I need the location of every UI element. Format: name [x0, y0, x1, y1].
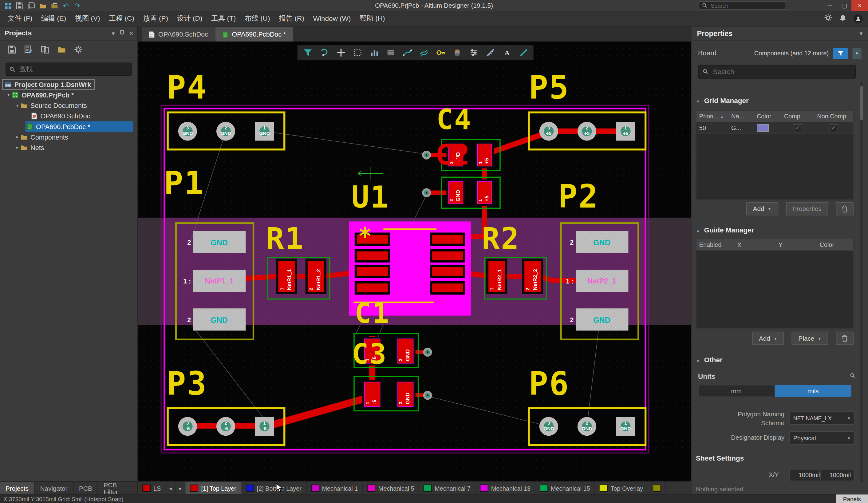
panel-dropdown-icon[interactable]: ▾ [860, 30, 862, 36]
menu-tools[interactable]: 工具 (T) [207, 12, 240, 25]
undo-icon[interactable]: ↶ [62, 1, 70, 9]
layer-stack-icon[interactable] [449, 47, 465, 59]
text-icon[interactable]: A [499, 47, 515, 59]
measure-icon[interactable] [482, 47, 498, 59]
sync-icon[interactable] [40, 44, 50, 54]
tab-pcb-filter[interactable]: PCB Filter [99, 482, 137, 494]
maximize-button[interactable]: ▢ [837, 0, 851, 11]
grid-delete-button[interactable] [836, 202, 854, 215]
units-mils-option[interactable]: mils [775, 385, 851, 397]
properties-scrollbar[interactable] [860, 81, 863, 482]
titlebar-search[interactable] [699, 1, 786, 10]
compile-icon[interactable] [23, 44, 33, 54]
panel-dropdown-icon[interactable]: ▾ [112, 30, 115, 36]
app-menu-icon[interactable] [4, 1, 12, 9]
lasso-select-icon[interactable] [316, 47, 332, 59]
guide-place-button[interactable]: Place▼ [792, 332, 828, 345]
drill-key-icon[interactable] [433, 47, 448, 59]
menu-view[interactable]: 视图 (V) [71, 12, 104, 25]
tree-item-nets[interactable]: ▸ Nets [0, 142, 137, 153]
layer-tab-partial[interactable] [648, 482, 666, 494]
units-search-icon[interactable] [850, 373, 856, 380]
comp-checkbox[interactable]: ✓ [794, 124, 802, 132]
save-icon[interactable] [16, 1, 23, 9]
guide-delete-button[interactable] [836, 332, 854, 345]
section-other[interactable]: ▲ Other [696, 356, 723, 364]
titlebar-search-input[interactable] [710, 2, 783, 9]
menu-project[interactable]: 工程 (C) [104, 12, 138, 25]
rules-icon[interactable] [466, 47, 482, 59]
tree-item-project[interactable]: ▾ OPA690.PrjPcb * [0, 90, 137, 100]
layer-tab-mech13[interactable]: Mechanical 13 [475, 482, 535, 494]
menu-window[interactable]: Window (W) [309, 13, 355, 25]
layer-tab-mech1[interactable]: Mechanical 1 [307, 482, 363, 494]
panel-pin-icon[interactable] [120, 30, 124, 37]
tree-item-schdoc[interactable]: OPA690.SchDoc [0, 111, 137, 121]
tab-pcb[interactable]: PCB [73, 482, 98, 494]
scrollbar-thumb[interactable] [860, 86, 863, 120]
menu-place[interactable]: 放置 (P) [138, 12, 173, 25]
menu-file[interactable]: 文件 (F) [3, 12, 37, 25]
column-header[interactable]: Non Comp [814, 113, 853, 120]
layer-scroll-right-icon[interactable]: ▸ [176, 482, 186, 494]
properties-search-input[interactable] [712, 67, 851, 76]
guide-add-button[interactable]: Add▼ [752, 332, 784, 345]
panels-button[interactable]: Panels [836, 494, 868, 503]
pcb-canvas[interactable]: 3 GND 2 GND 1 GND 3 +5 2 +5 [138, 41, 691, 482]
column-header[interactable]: Comp [781, 113, 814, 120]
column-header[interactable]: Enabled [696, 242, 735, 248]
line-icon[interactable] [515, 47, 531, 59]
scope-selector[interactable]: Components (and 12 more) [754, 50, 829, 57]
component-p1[interactable]: 2 GND 1 : NetP1_1 2 GND [176, 223, 254, 339]
save-project-icon[interactable] [7, 44, 17, 54]
save-all-icon[interactable] [27, 1, 35, 9]
menu-edit[interactable]: 编辑 (E) [37, 12, 71, 25]
layer-tab-mech15[interactable]: Mechanical 15 [535, 482, 595, 494]
properties-search[interactable] [698, 65, 856, 79]
grid-color-swatch[interactable] [757, 124, 769, 132]
tab-navigator[interactable]: Navigator [35, 482, 73, 494]
units-mm-option[interactable]: mm [698, 385, 775, 397]
column-header[interactable]: X [735, 242, 776, 248]
close-button[interactable]: × [851, 0, 868, 11]
interactive-routing-icon[interactable] [399, 47, 415, 59]
pad-stack-icon[interactable] [366, 47, 382, 59]
tree-item-project-group[interactable]: Project Group 1.DsnWrk [0, 79, 137, 90]
component-p2[interactable]: 2 GND 1 : NetP2_1 2 GND [561, 223, 638, 339]
tree-item-pcbdoc[interactable]: OPA690.PcbDoc * [25, 121, 133, 132]
tab-schdoc[interactable]: OPA690.SchDoc [142, 27, 215, 41]
area-select-icon[interactable] [349, 47, 365, 59]
expand-arrow-icon[interactable]: ▾ [14, 103, 21, 108]
expand-arrow-icon[interactable]: ▾ [6, 93, 12, 97]
layer-tab-bottom[interactable]: [2] Bottom Layer [241, 482, 307, 494]
designator-display-dropdown[interactable]: Physical▼ [789, 431, 855, 444]
differential-routing-icon[interactable] [416, 47, 432, 59]
layer-tab-top[interactable]: [1] Top Layer [186, 482, 241, 494]
layer-tab-mech7[interactable]: Mechanical 7 [419, 482, 475, 494]
grid-row[interactable]: 50 G... ✓ ✓ [696, 122, 854, 134]
sheet-x-input[interactable]: 1000mil [789, 469, 824, 481]
section-grid-manager[interactable]: ▲ Grid Manager [696, 97, 749, 104]
polygon-naming-dropdown[interactable]: NET NAME_LX▼ [789, 411, 855, 424]
notifications-bell-icon[interactable] [839, 13, 846, 23]
filter-icon[interactable] [299, 47, 316, 59]
minimize-button[interactable]: ─ [823, 0, 837, 11]
column-header[interactable]: Y [776, 242, 817, 248]
sheet-y-input[interactable]: 1000mil [820, 469, 855, 481]
open-folder-icon[interactable] [39, 1, 46, 9]
projects-search[interactable] [6, 63, 132, 76]
panel-settings-gear-icon[interactable] [73, 44, 83, 54]
layer-scroll-left-icon[interactable]: ◂ [166, 482, 176, 494]
tab-pcbdoc[interactable]: OPA690.PcbDoc * [215, 27, 293, 41]
section-sheet-settings[interactable]: Sheet Settings [696, 455, 744, 462]
layer-tab-top-overlay[interactable]: Top Overlay [595, 482, 648, 494]
open-project-icon[interactable] [50, 1, 58, 9]
menu-reports[interactable]: 报告 (R) [275, 12, 309, 25]
redo-icon[interactable]: ↷ [74, 1, 81, 9]
column-header[interactable]: Priori...▲ [696, 113, 728, 120]
column-header[interactable]: Color [754, 113, 781, 120]
polygon-pour-icon[interactable] [383, 47, 399, 59]
filter-dropdown-icon[interactable]: ▾ [852, 47, 861, 59]
panel-close-icon[interactable]: × [130, 30, 133, 36]
grid-add-button[interactable]: Add▼ [746, 202, 778, 215]
